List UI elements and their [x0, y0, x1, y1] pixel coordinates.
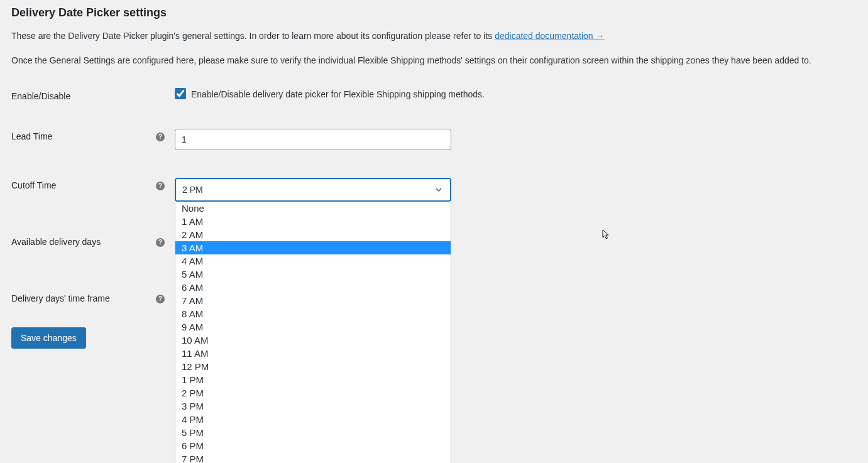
cutoff-time-option[interactable]: 2 PM: [175, 386, 451, 400]
enable-checkbox[interactable]: [175, 88, 186, 99]
cutoff-time-option[interactable]: 5 PM: [175, 426, 451, 439]
desc1-text: These are the Delivery Date Picker plugi…: [11, 31, 495, 41]
cutoff-time-option[interactable]: 7 PM: [175, 452, 451, 463]
cutoff-time-select[interactable]: 2 PM: [175, 178, 451, 202]
cutoff-time-option[interactable]: 8 AM: [175, 307, 451, 320]
cutoff-time-option[interactable]: 3 PM: [175, 400, 451, 413]
cutoff-time-option[interactable]: None: [175, 202, 451, 215]
cutoff-time-select-wrap: 2 PM None1 AM2 AM3 AM4 AM5 AM6 AM7 AM8 A…: [175, 178, 451, 202]
field-enable-disable: Enable/Disable delivery date picker for …: [175, 89, 855, 100]
row-cutoff-time: Cutoff Time ? 2 PM None1 AM2 AM3 AM4 AM5…: [11, 164, 855, 202]
cutoff-time-option[interactable]: 7 AM: [175, 294, 451, 307]
documentation-link[interactable]: dedicated documentation →: [495, 31, 604, 41]
save-button[interactable]: Save changes: [11, 327, 86, 349]
label-delivery-frame: Delivery days' time frame ?: [11, 291, 175, 303]
cutoff-time-option[interactable]: 4 AM: [175, 254, 451, 268]
help-icon[interactable]: ?: [156, 133, 165, 141]
settings-wrap: Delivery Date Picker settings These are …: [0, 0, 868, 349]
row-enable-disable: Enable/Disable Enable/Disable delivery d…: [11, 79, 855, 115]
label-available-days-text: Available delivery days: [11, 237, 101, 247]
enable-description: Enable/Disable delivery date picker for …: [191, 89, 485, 99]
label-enable-disable: Enable/Disable: [11, 89, 175, 101]
help-icon[interactable]: ?: [156, 295, 165, 303]
row-lead-time: Lead Time ?: [11, 115, 855, 164]
cutoff-time-option[interactable]: 12 PM: [175, 360, 451, 373]
page-title: Delivery Date Picker settings: [11, 4, 855, 19]
settings-form: Enable/Disable Enable/Disable delivery d…: [11, 79, 855, 349]
field-cutoff-time: 2 PM None1 AM2 AM3 AM4 AM5 AM6 AM7 AM8 A…: [175, 178, 855, 202]
cutoff-time-options-list[interactable]: None1 AM2 AM3 AM4 AM5 AM6 AM7 AM8 AM9 AM…: [175, 202, 451, 463]
help-icon[interactable]: ?: [156, 182, 165, 190]
label-enable-disable-text: Enable/Disable: [11, 91, 70, 101]
lead-time-input[interactable]: [175, 129, 451, 150]
cutoff-time-option[interactable]: 11 AM: [175, 347, 451, 360]
help-icon[interactable]: ?: [156, 238, 165, 247]
label-available-days: Available delivery days ?: [11, 234, 175, 247]
cutoff-time-selected: 2 PM: [182, 185, 203, 195]
cutoff-time-option[interactable]: 10 AM: [175, 334, 451, 347]
settings-description-2: Once the General Settings are configured…: [11, 54, 855, 67]
cutoff-time-option[interactable]: 2 AM: [175, 228, 451, 241]
cutoff-time-option[interactable]: 5 AM: [175, 268, 451, 281]
cutoff-time-option[interactable]: 6 PM: [175, 439, 451, 452]
cutoff-time-option[interactable]: 1 PM: [175, 373, 451, 386]
label-cutoff-time: Cutoff Time ?: [11, 178, 175, 190]
cutoff-time-option[interactable]: 9 AM: [175, 320, 451, 334]
cutoff-time-option[interactable]: 4 PM: [175, 413, 451, 426]
cutoff-time-dropdown: None1 AM2 AM3 AM4 AM5 AM6 AM7 AM8 AM9 AM…: [175, 202, 451, 463]
settings-description-1: These are the Delivery Date Picker plugi…: [11, 30, 855, 43]
chevron-down-icon: [434, 185, 444, 195]
cutoff-time-option[interactable]: 1 AM: [175, 215, 451, 228]
cutoff-time-option[interactable]: 6 AM: [175, 281, 451, 294]
label-cutoff-time-text: Cutoff Time: [11, 180, 56, 190]
cutoff-time-option[interactable]: 3 AM: [175, 241, 451, 254]
label-delivery-frame-text: Delivery days' time frame: [11, 293, 110, 303]
field-lead-time: [175, 129, 855, 150]
label-lead-time: Lead Time ?: [11, 129, 175, 141]
label-lead-time-text: Lead Time: [11, 131, 52, 141]
